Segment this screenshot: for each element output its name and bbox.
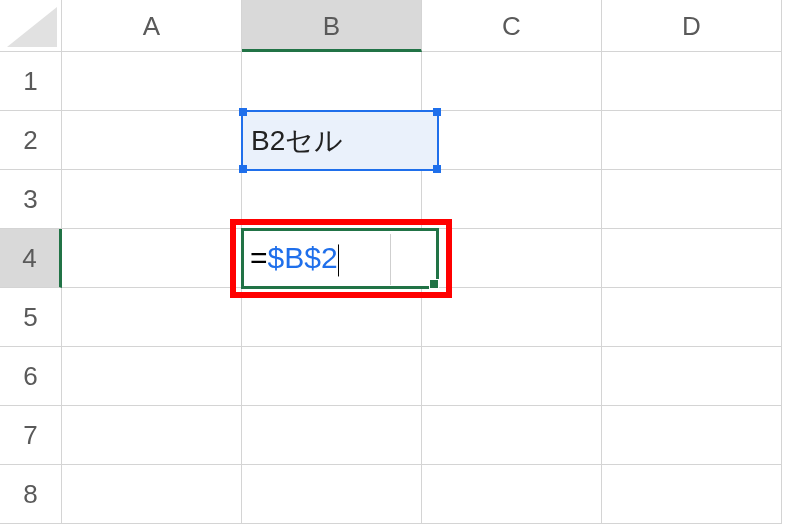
active-cell-editor[interactable]: =$B$2 [241, 228, 439, 289]
column-header[interactable]: B [242, 0, 422, 52]
cell[interactable] [422, 288, 602, 347]
cell[interactable] [602, 347, 782, 406]
cell[interactable] [602, 170, 782, 229]
fill-handle-icon[interactable] [429, 279, 439, 289]
cell[interactable] [422, 406, 602, 465]
cell[interactable] [62, 347, 242, 406]
column-header[interactable]: C [422, 0, 602, 52]
cell[interactable] [242, 111, 422, 170]
row-header-label: 8 [23, 479, 37, 509]
row-header-label: 6 [23, 361, 37, 391]
cell[interactable] [62, 111, 242, 170]
cell[interactable] [602, 52, 782, 111]
cell[interactable] [422, 465, 602, 524]
row-header-label: 5 [23, 302, 37, 332]
spreadsheet-grid: A B C D 1 2 3 4 5 6 7 8 B2セル =$B$2 [0, 0, 800, 531]
cell[interactable] [62, 170, 242, 229]
cell[interactable] [602, 406, 782, 465]
cell-divider [390, 234, 391, 285]
cell[interactable] [62, 288, 242, 347]
cell[interactable] [602, 465, 782, 524]
formula-reference: $B$2 [268, 241, 338, 274]
row-header[interactable]: 1 [0, 52, 62, 111]
cell[interactable] [242, 406, 422, 465]
cell[interactable] [602, 288, 782, 347]
cell[interactable] [62, 465, 242, 524]
cell[interactable] [422, 52, 602, 111]
cell[interactable] [242, 170, 422, 229]
cell[interactable] [62, 406, 242, 465]
column-header-label: D [682, 11, 701, 41]
column-header-label: A [143, 11, 160, 41]
cell[interactable] [422, 111, 602, 170]
cell[interactable] [422, 347, 602, 406]
row-header-label: 1 [23, 66, 37, 96]
cell[interactable] [242, 465, 422, 524]
cell[interactable] [242, 288, 422, 347]
row-header-label: 2 [23, 125, 37, 155]
cell[interactable] [602, 229, 782, 288]
formula-prefix: = [250, 241, 268, 274]
row-header[interactable]: 2 [0, 111, 62, 170]
row-header[interactable]: 5 [0, 288, 62, 347]
cell[interactable] [242, 52, 422, 111]
row-header[interactable]: 3 [0, 170, 62, 229]
cell[interactable] [422, 229, 602, 288]
cell[interactable] [422, 170, 602, 229]
row-header[interactable]: 8 [0, 465, 62, 524]
row-header-label: 7 [23, 420, 37, 450]
row-header[interactable]: 4 [0, 229, 62, 288]
cell[interactable] [602, 111, 782, 170]
column-header-label: C [502, 11, 521, 41]
column-header[interactable]: A [62, 0, 242, 52]
row-header-label: 4 [22, 243, 36, 273]
cell[interactable] [62, 229, 242, 288]
row-header-label: 3 [23, 184, 37, 214]
column-header[interactable]: D [602, 0, 782, 52]
text-caret-icon [338, 244, 339, 276]
formula-text: =$B$2 [250, 241, 339, 276]
column-header-label: B [323, 11, 340, 41]
row-header[interactable]: 7 [0, 406, 62, 465]
row-header[interactable]: 6 [0, 347, 62, 406]
select-all-corner[interactable] [0, 0, 62, 52]
cell[interactable] [242, 347, 422, 406]
cell[interactable] [62, 52, 242, 111]
